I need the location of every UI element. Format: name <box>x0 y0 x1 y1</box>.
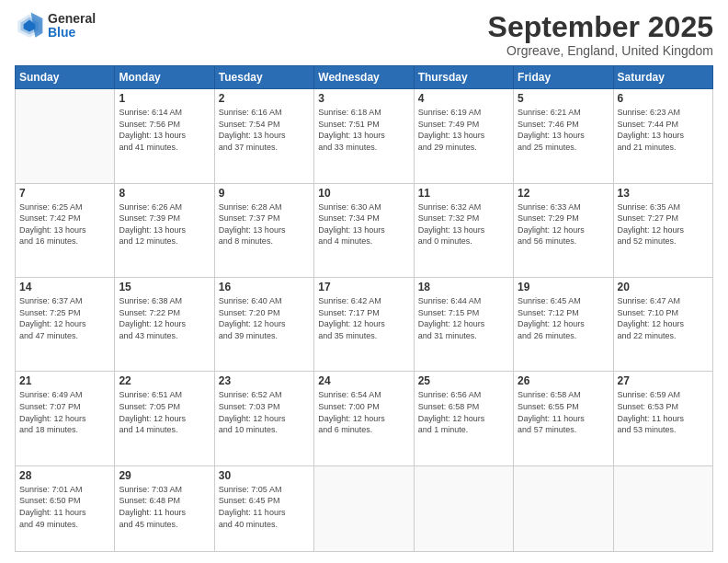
month-title: September 2025 <box>488 11 713 43</box>
day-number: 7 <box>19 187 110 200</box>
day-number: 13 <box>618 187 709 200</box>
day-info: Sunrise: 6:16 AMSunset: 7:54 PMDaylight:… <box>219 107 310 153</box>
logo-icon <box>15 11 44 40</box>
table-row: 18Sunrise: 6:44 AMSunset: 7:15 PMDayligh… <box>414 278 513 372</box>
day-info: Sunrise: 6:35 AMSunset: 7:27 PMDaylight:… <box>618 201 709 247</box>
day-info: Sunrise: 6:21 AMSunset: 7:46 PMDaylight:… <box>518 107 609 153</box>
day-info: Sunrise: 6:52 AMSunset: 7:03 PMDaylight:… <box>219 389 310 435</box>
day-info: Sunrise: 6:49 AMSunset: 7:07 PMDaylight:… <box>19 389 110 435</box>
day-info: Sunrise: 6:26 AMSunset: 7:39 PMDaylight:… <box>119 201 210 247</box>
table-row <box>613 465 712 551</box>
logo-blue-text: Blue <box>48 26 96 40</box>
col-tuesday: Tuesday <box>214 66 313 89</box>
day-info: Sunrise: 6:28 AMSunset: 7:37 PMDaylight:… <box>219 201 310 247</box>
day-number: 3 <box>318 92 409 105</box>
day-number: 12 <box>518 187 609 200</box>
day-info: Sunrise: 6:33 AMSunset: 7:29 PMDaylight:… <box>518 201 609 247</box>
table-row: 6Sunrise: 6:23 AMSunset: 7:44 PMDaylight… <box>613 89 712 183</box>
day-number: 11 <box>418 187 509 200</box>
table-row: 12Sunrise: 6:33 AMSunset: 7:29 PMDayligh… <box>514 183 613 277</box>
day-info: Sunrise: 6:56 AMSunset: 6:58 PMDaylight:… <box>418 389 509 435</box>
day-info: Sunrise: 7:05 AMSunset: 6:45 PMDaylight:… <box>219 484 310 530</box>
calendar-header-row: Sunday Monday Tuesday Wednesday Thursday… <box>16 66 713 89</box>
col-friday: Friday <box>514 66 613 89</box>
day-info: Sunrise: 6:40 AMSunset: 7:20 PMDaylight:… <box>219 295 310 341</box>
day-number: 9 <box>219 187 310 200</box>
table-row: 17Sunrise: 6:42 AMSunset: 7:17 PMDayligh… <box>314 278 414 372</box>
day-number: 25 <box>418 374 509 387</box>
logo-general-text: General <box>48 12 96 26</box>
day-number: 16 <box>219 281 310 293</box>
table-row: 23Sunrise: 6:52 AMSunset: 7:03 PMDayligh… <box>214 372 313 465</box>
day-number: 29 <box>119 469 210 482</box>
day-number: 15 <box>119 281 210 293</box>
day-number: 26 <box>518 374 609 387</box>
day-number: 23 <box>219 374 310 387</box>
table-row: 3Sunrise: 6:18 AMSunset: 7:51 PMDaylight… <box>314 89 414 183</box>
table-row <box>514 465 613 551</box>
day-number: 28 <box>19 469 110 482</box>
day-info: Sunrise: 6:19 AMSunset: 7:49 PMDaylight:… <box>418 107 509 153</box>
day-info: Sunrise: 6:14 AMSunset: 7:56 PMDaylight:… <box>119 107 210 153</box>
table-row: 14Sunrise: 6:37 AMSunset: 7:25 PMDayligh… <box>16 278 115 372</box>
day-info: Sunrise: 6:47 AMSunset: 7:10 PMDaylight:… <box>618 295 709 341</box>
col-saturday: Saturday <box>613 66 712 89</box>
col-thursday: Thursday <box>414 66 513 89</box>
day-info: Sunrise: 6:44 AMSunset: 7:15 PMDaylight:… <box>418 295 509 341</box>
location: Orgreave, England, United Kingdom <box>488 43 713 58</box>
day-info: Sunrise: 6:25 AMSunset: 7:42 PMDaylight:… <box>19 201 110 247</box>
page: General Blue September 2025 Orgreave, En… <box>0 0 728 563</box>
table-row: 30Sunrise: 7:05 AMSunset: 6:45 PMDayligh… <box>214 465 313 551</box>
table-row: 8Sunrise: 6:26 AMSunset: 7:39 PMDaylight… <box>115 183 214 277</box>
day-info: Sunrise: 6:38 AMSunset: 7:22 PMDaylight:… <box>119 295 210 341</box>
day-info: Sunrise: 6:30 AMSunset: 7:34 PMDaylight:… <box>318 201 409 247</box>
day-number: 18 <box>418 281 509 293</box>
logo: General Blue <box>15 11 96 40</box>
day-info: Sunrise: 7:01 AMSunset: 6:50 PMDaylight:… <box>19 484 110 530</box>
day-number: 2 <box>219 92 310 105</box>
day-number: 19 <box>518 281 609 293</box>
table-row: 16Sunrise: 6:40 AMSunset: 7:20 PMDayligh… <box>214 278 313 372</box>
day-number: 30 <box>219 469 310 482</box>
table-row: 13Sunrise: 6:35 AMSunset: 7:27 PMDayligh… <box>613 183 712 277</box>
table-row: 4Sunrise: 6:19 AMSunset: 7:49 PMDaylight… <box>414 89 513 183</box>
table-row: 25Sunrise: 6:56 AMSunset: 6:58 PMDayligh… <box>414 372 513 465</box>
table-row <box>314 465 414 551</box>
day-number: 14 <box>19 281 110 293</box>
col-sunday: Sunday <box>16 66 115 89</box>
table-row <box>414 465 513 551</box>
day-info: Sunrise: 6:59 AMSunset: 6:53 PMDaylight:… <box>618 389 709 435</box>
title-section: September 2025 Orgreave, England, United… <box>488 11 713 58</box>
day-info: Sunrise: 7:03 AMSunset: 6:48 PMDaylight:… <box>119 484 210 530</box>
table-row: 26Sunrise: 6:58 AMSunset: 6:55 PMDayligh… <box>514 372 613 465</box>
table-row: 20Sunrise: 6:47 AMSunset: 7:10 PMDayligh… <box>613 278 712 372</box>
day-info: Sunrise: 6:51 AMSunset: 7:05 PMDaylight:… <box>119 389 210 435</box>
day-info: Sunrise: 6:58 AMSunset: 6:55 PMDaylight:… <box>518 389 609 435</box>
table-row: 11Sunrise: 6:32 AMSunset: 7:32 PMDayligh… <box>414 183 513 277</box>
day-number: 17 <box>318 281 409 293</box>
day-number: 24 <box>318 374 409 387</box>
day-info: Sunrise: 6:45 AMSunset: 7:12 PMDaylight:… <box>518 295 609 341</box>
day-info: Sunrise: 6:32 AMSunset: 7:32 PMDaylight:… <box>418 201 509 247</box>
day-number: 22 <box>119 374 210 387</box>
table-row: 28Sunrise: 7:01 AMSunset: 6:50 PMDayligh… <box>16 465 115 551</box>
day-info: Sunrise: 6:42 AMSunset: 7:17 PMDaylight:… <box>318 295 409 341</box>
table-row: 1Sunrise: 6:14 AMSunset: 7:56 PMDaylight… <box>115 89 214 183</box>
day-number: 1 <box>119 92 210 105</box>
day-number: 4 <box>418 92 509 105</box>
day-info: Sunrise: 6:23 AMSunset: 7:44 PMDaylight:… <box>618 107 709 153</box>
day-number: 10 <box>318 187 409 200</box>
table-row: 24Sunrise: 6:54 AMSunset: 7:00 PMDayligh… <box>314 372 414 465</box>
table-row: 15Sunrise: 6:38 AMSunset: 7:22 PMDayligh… <box>115 278 214 372</box>
col-monday: Monday <box>115 66 214 89</box>
table-row: 21Sunrise: 6:49 AMSunset: 7:07 PMDayligh… <box>16 372 115 465</box>
day-number: 20 <box>618 281 709 293</box>
day-number: 6 <box>618 92 709 105</box>
table-row: 29Sunrise: 7:03 AMSunset: 6:48 PMDayligh… <box>115 465 214 551</box>
header: General Blue September 2025 Orgreave, En… <box>15 11 713 58</box>
day-number: 21 <box>19 374 110 387</box>
day-number: 8 <box>119 187 210 200</box>
logo-text: General Blue <box>48 12 96 40</box>
col-wednesday: Wednesday <box>314 66 414 89</box>
day-number: 27 <box>618 374 709 387</box>
